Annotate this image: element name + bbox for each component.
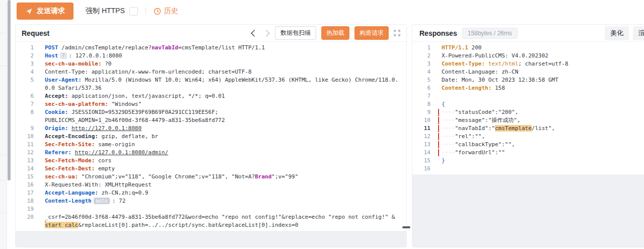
response-title: Responses	[419, 29, 457, 37]
code-line: 3sec-ch-ua-mobile: ?0	[16, 60, 406, 68]
line-content: X-Requested-With: XMLHttpRequest	[45, 181, 152, 189]
code-line: 8Cookie: JSESSIONID=95329D5E39F69B69F0A2…	[16, 108, 406, 116]
paper-plane-icon	[25, 8, 33, 15]
line-number: 8	[16, 108, 34, 116]
hot-reload-button[interactable]: 热加载	[321, 26, 349, 40]
request-header-actions: 数据包扫描 热加载 构造请求	[251, 26, 400, 40]
token-attribute: Brand	[255, 173, 271, 180]
vertical-scrollbar[interactable]	[8, 0, 11, 180]
line-number: 19	[16, 205, 34, 213]
code-line: 10Accept-Encoding: gzip, deflate, br	[16, 133, 406, 141]
code-line: 10····"message":"操作成功",	[412, 116, 644, 125]
packet-scan-button[interactable]: 数据包扫描	[275, 26, 316, 40]
hint-badge[interactable]: ?	[60, 52, 67, 59]
code-line: 11Sec-Fetch-Site: same-origin	[16, 141, 406, 149]
line-content: HTTP/1.1 200	[442, 44, 481, 52]
line-content: Content-Length: 158	[442, 84, 505, 92]
line-number: 14	[412, 149, 431, 157]
token-text: application/json, text/javascript, */*; …	[68, 93, 225, 99]
line-number: 7	[16, 100, 34, 108]
response-header: Responses 158bytes / 26ms 美化 渲染	[412, 25, 644, 42]
token-header-name: User-Agent:	[45, 77, 82, 83]
line-content: Referer: http://127.0.0.1:8080/admin/	[45, 149, 168, 157]
build-request-button[interactable]: 构造请求	[354, 26, 389, 40]
token-text: 158	[491, 85, 505, 91]
line-number: 8	[412, 100, 431, 108]
code-line: 5Date: Mon, 30 Oct 2023 12:38:58 GMT	[412, 76, 644, 84]
token-header-name: Sec-Fetch-Site:	[45, 141, 95, 148]
token-text: X-Requested-With: XMLHttpRequest	[45, 181, 152, 188]
fullscreen-button[interactable]	[394, 30, 400, 36]
whitespace-dots: ····	[442, 141, 455, 148]
token-value: text/html	[488, 60, 519, 67]
auto-badge[interactable]: auto	[94, 198, 110, 204]
send-request-button[interactable]: 发送请求	[17, 3, 74, 20]
code-line: 9Origin: http://127.0.0.1:8080	[16, 125, 406, 133]
code-line: 3Content-Type: text/html; charset=utf-8	[412, 60, 644, 68]
line-content: Accept-Language: zh-CN,zh;q=0.9	[45, 189, 148, 197]
force-https-label: 强制 HTTPS	[86, 7, 125, 16]
line-content: sec-ch-ua: "Chromium";v="118", "Google C…	[45, 173, 298, 181]
url-link[interactable]: http://127.0.0.1:8080	[71, 125, 141, 132]
line-number	[16, 116, 34, 125]
token-text: _csrf=2b46f00d-3f68-4479-a831-35be6a8fd7…	[45, 214, 395, 220]
request-editor[interactable]: 1POST /admin/cmsTemplate/replace?navTabI…	[16, 42, 406, 247]
token-text	[71, 149, 75, 156]
line-number: 5	[412, 76, 431, 84]
line-content: Sec-Fetch-Dest: empty	[45, 165, 115, 173]
token-text: "Chromium";v="118", "Google Chrome";v="1…	[78, 173, 255, 180]
token-text: "Windows"	[108, 101, 141, 107]
toolbar: 发送请求 强制 HTTPS 历史	[17, 0, 178, 22]
token-text: /admin/cmsTemplate/replace?	[58, 44, 152, 51]
token-text: 200	[468, 44, 482, 51]
render-button[interactable]: 渲染	[633, 26, 644, 40]
code-line: 1HTTP/1.1 200	[412, 44, 644, 52]
line-number	[16, 221, 34, 229]
divider	[0, 66, 7, 66]
code-line: 19	[16, 205, 406, 213]
token-header-name: Accept-Encoding:	[45, 133, 98, 140]
code-line: 4Content-Language: zh-CN	[412, 68, 644, 76]
history-button[interactable]: 历史	[154, 7, 178, 16]
token-text: "message":"操作成功",	[455, 117, 521, 123]
line-content: ····"statusCode":"200",	[442, 108, 518, 116]
line-content: ····"navTabId":"cmsTemplate/list",	[442, 125, 555, 133]
url-link[interactable]: http://127.0.0.1:8080/admin/	[75, 149, 168, 156]
response-editor[interactable]: 1HTTP/1.1 2002X-Powered-PublicCMS: V4.0.…	[412, 42, 644, 247]
code-line: 16X-Requested-With: XMLHttpRequest	[16, 181, 406, 189]
token-text: ; charset=utf-8	[518, 60, 568, 67]
response-header-actions: 美化 渲染	[605, 26, 644, 40]
toolbar-divider	[146, 8, 146, 15]
code-line: PUBLICCMS_ADMIN=1_2b46f00d-3f68-4479-a83…	[16, 116, 406, 125]
token-text: gzip, deflate, br	[98, 133, 158, 140]
line-number: 11	[16, 141, 34, 149]
line-number	[16, 84, 34, 92]
token-text: X-Powered-PublicCMS: V4.0.202302	[442, 52, 548, 59]
code-line: 13····"callbackType":"",	[412, 141, 644, 149]
code-line: 18Content-Lengthauto: 72	[16, 197, 406, 205]
token-text: =cmsTemplate/list HTTP/1.1	[178, 44, 265, 51]
line-content: Accept: application/json, text/javascrip…	[45, 92, 225, 100]
whitespace-dots: ····	[442, 109, 455, 115]
line-number: 17	[16, 189, 34, 197]
code-line: 11····"navTabId":"cmsTemplate/list",	[412, 125, 644, 133]
code-line: 6Content-Length: 158	[412, 84, 644, 92]
line-content: Origin: http://127.0.0.1:8080	[45, 125, 141, 133]
line-number: 7	[412, 92, 431, 100]
token-brace: {	[442, 101, 445, 107]
whitespace-dots: ····	[442, 149, 455, 156]
line-number: 1	[16, 44, 34, 52]
line-content: start calc&replaceList[0].path=../../scr…	[45, 221, 298, 229]
nav-prev-button[interactable]	[251, 28, 258, 39]
line-number: 2	[16, 52, 34, 60]
code-line: 2Host?: 127.0.0.1:8080	[16, 52, 406, 60]
splitter-handle[interactable]	[402, 226, 410, 228]
token-header-name: Accept:	[45, 93, 68, 99]
highlighted-text: start calc	[45, 222, 78, 228]
nav-next-button[interactable]	[263, 28, 270, 39]
code-line: 4Content-Type: application/x-www-form-ur…	[16, 68, 406, 76]
force-https-checkbox[interactable]	[129, 7, 138, 16]
beautify-button[interactable]: 美化	[605, 26, 629, 40]
token-text: ?0	[102, 60, 112, 67]
token-text: "rel":"",	[455, 133, 485, 140]
